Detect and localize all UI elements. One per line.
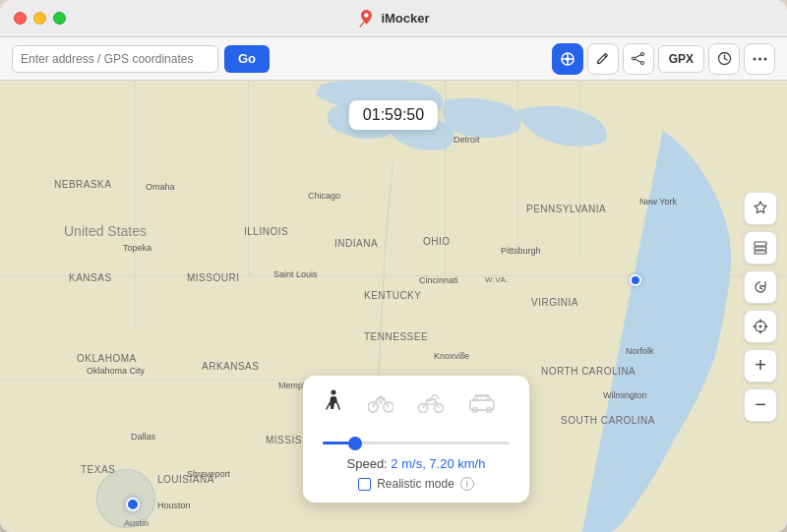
clock-icon <box>717 51 732 66</box>
search-box: Go <box>12 45 270 73</box>
speed-slider-container <box>323 431 510 448</box>
more-button[interactable] <box>744 43 775 75</box>
app-icon <box>357 10 375 28</box>
layers-icon <box>753 240 768 256</box>
toolbar: Go <box>0 37 787 81</box>
svg-line-38 <box>760 288 762 289</box>
svg-line-9 <box>636 59 641 62</box>
minimize-button[interactable] <box>33 12 46 25</box>
bike-mode[interactable] <box>368 391 394 419</box>
svg-rect-34 <box>755 242 766 246</box>
layers-button[interactable] <box>744 231 777 265</box>
gpx-button[interactable]: GPX <box>658 45 704 73</box>
pencil-icon <box>595 51 610 66</box>
star-icon <box>753 201 768 216</box>
speed-text-row: Speed: 2 m/s, 7.20 km/h <box>323 456 510 471</box>
svg-point-24 <box>332 390 336 395</box>
app-window: iMocker Go <box>0 0 787 532</box>
svg-point-40 <box>759 325 762 327</box>
timer-value: 01:59:50 <box>363 106 424 123</box>
moped-mode[interactable] <box>417 391 445 419</box>
traffic-lights <box>14 12 66 25</box>
history-icon <box>753 279 768 295</box>
realistic-checkbox[interactable] <box>358 478 371 491</box>
share-button[interactable] <box>623 43 654 75</box>
svg-rect-36 <box>755 251 766 254</box>
east-coast-dot <box>630 274 641 286</box>
svg-rect-35 <box>755 247 766 250</box>
crosshair-icon <box>560 51 575 67</box>
realistic-row: Realistic mode i <box>323 477 510 491</box>
svg-point-7 <box>633 57 636 60</box>
target-button[interactable] <box>552 43 583 75</box>
transport-modes <box>323 389 510 421</box>
svg-point-13 <box>753 57 756 60</box>
realistic-label: Realistic mode <box>377 477 454 491</box>
more-icon <box>753 57 767 61</box>
search-input[interactable] <box>12 45 218 73</box>
location-pulse <box>96 469 155 528</box>
maximize-button[interactable] <box>53 12 66 25</box>
history-button[interactable] <box>744 270 777 304</box>
zoom-out-button[interactable]: − <box>744 388 777 422</box>
titlebar: iMocker <box>0 0 787 37</box>
speed-panel: Speed: 2 m/s, 7.20 km/h Realistic mode i <box>303 376 529 502</box>
speed-prefix: Speed: <box>347 456 392 471</box>
svg-line-12 <box>724 59 727 61</box>
right-buttons: + − <box>744 192 777 422</box>
toolbar-right: GPX <box>552 43 775 75</box>
locate-button[interactable] <box>744 310 777 343</box>
svg-point-14 <box>758 57 761 60</box>
svg-point-6 <box>641 62 644 65</box>
close-button[interactable] <box>14 12 27 25</box>
svg-point-0 <box>364 13 369 18</box>
speed-value: 2 m/s, 7.20 km/h <box>391 456 485 471</box>
svg-line-8 <box>636 55 641 58</box>
pencil-button[interactable] <box>587 43 619 75</box>
speed-slider[interactable] <box>323 442 510 444</box>
zoom-in-button[interactable]: + <box>744 349 777 383</box>
map-container[interactable]: United States KANSAS NEBRASKA ILLINOIS I… <box>0 81 787 532</box>
star-button[interactable] <box>744 192 777 225</box>
titlebar-center: iMocker <box>357 10 429 28</box>
svg-point-5 <box>641 53 644 56</box>
timer-badge: 01:59:50 <box>349 100 438 130</box>
location-dot <box>126 498 140 511</box>
locate-icon <box>753 319 768 334</box>
app-title: iMocker <box>381 11 429 26</box>
svg-point-15 <box>763 57 766 60</box>
svg-point-4 <box>566 57 570 61</box>
info-icon[interactable]: i <box>460 477 474 491</box>
clock-button[interactable] <box>708 43 740 75</box>
walk-mode[interactable] <box>323 389 344 421</box>
go-button[interactable]: Go <box>224 45 270 73</box>
share-icon <box>631 51 645 66</box>
car-mode[interactable] <box>468 391 496 419</box>
